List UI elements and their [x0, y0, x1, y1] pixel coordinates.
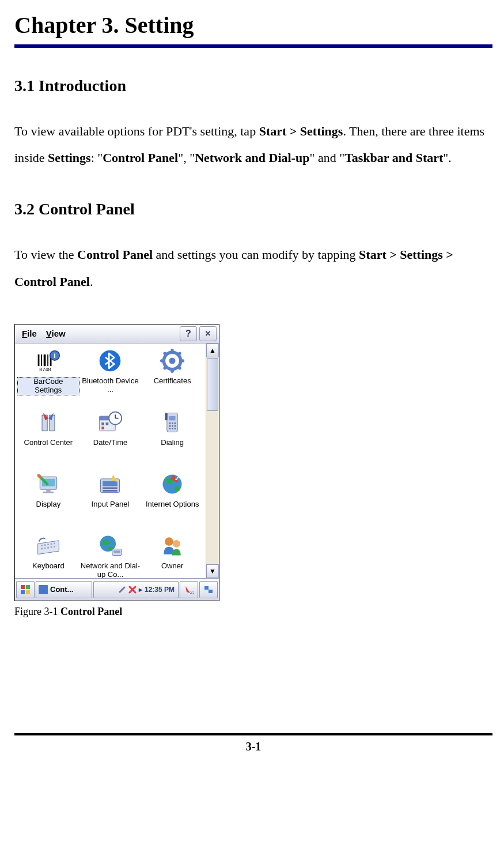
- section-3-2-title: 3.2 Control Panel: [14, 200, 492, 218]
- scrollbar[interactable]: ▲ ▼: [206, 344, 219, 578]
- chapter-title-divider: [14, 44, 492, 48]
- svg-rect-1: [41, 354, 42, 366]
- menu-view-letter: V: [46, 329, 52, 338]
- svg-rect-34: [175, 425, 176, 427]
- taskbar-desktop-button[interactable]: [199, 581, 218, 598]
- text-span: " and ": [309, 150, 344, 165]
- control-panel-body: i8748 BarCode Settings Bluetooth Device …: [15, 344, 219, 578]
- taskbar-task-button[interactable]: Cont...: [36, 581, 92, 598]
- clock-text: 12:35 PM: [145, 586, 175, 594]
- icon-grid: i8748 BarCode Settings Bluetooth Device …: [15, 344, 206, 578]
- dialing-item[interactable]: Dialing: [141, 409, 203, 469]
- svg-rect-71: [209, 590, 213, 593]
- taskbar-sip-button[interactable]: 23: [180, 581, 198, 598]
- date-time-item[interactable]: Date/Time: [79, 409, 142, 469]
- keyboard-item[interactable]: Keyboard: [17, 532, 79, 578]
- svg-point-16: [164, 367, 167, 370]
- control-panel-screenshot: File View ? × i8748 BarCode Settings Blu…: [14, 324, 219, 601]
- caption-prefix: Figure 3-1: [14, 606, 60, 617]
- network-dialup-item[interactable]: Network and Dial-up Co...: [79, 532, 142, 578]
- chapter-title: Chapter 3. Setting: [14, 12, 492, 39]
- section-3-1-title: 3.1 Introduction: [14, 77, 492, 95]
- svg-point-13: [181, 359, 185, 363]
- certificates-item[interactable]: Certificates: [141, 347, 203, 407]
- svg-text:✓: ✓: [175, 474, 180, 481]
- svg-rect-3: [47, 354, 48, 366]
- icon-label: Date/Time: [92, 439, 128, 447]
- svg-rect-59: [54, 546, 55, 548]
- taskbar: Cont... ▸ 12:35 PM 23: [15, 578, 219, 601]
- icon-label: Internet Options: [145, 500, 200, 509]
- owner-item[interactable]: Owner: [141, 532, 203, 578]
- svg-rect-54: [54, 542, 55, 544]
- task-mini-icon: [39, 585, 48, 594]
- svg-point-10: [169, 357, 176, 364]
- text-span: .: [90, 274, 93, 289]
- svg-rect-2: [44, 354, 46, 366]
- svg-point-17: [160, 359, 164, 363]
- svg-rect-67: [21, 590, 25, 594]
- date-time-icon: [96, 409, 124, 436]
- scrollbar-down-arrow[interactable]: ▼: [206, 564, 219, 578]
- dialing-icon: [158, 409, 186, 436]
- barcode-settings-item[interactable]: i8748 BarCode Settings: [17, 347, 79, 407]
- input-panel-item[interactable]: Input Panel: [79, 470, 142, 531]
- svg-point-15: [170, 369, 174, 373]
- bold-span: Control Panel: [77, 247, 153, 262]
- svg-rect-46: [103, 487, 118, 489]
- scrollbar-up-arrow[interactable]: ▲: [206, 344, 219, 357]
- menu-view-rest: iew: [52, 329, 66, 338]
- taskbar-tray[interactable]: ▸ 12:35 PM: [93, 581, 179, 598]
- svg-rect-50: [41, 545, 43, 546]
- owner-icon: [158, 532, 186, 560]
- svg-rect-37: [175, 428, 176, 429]
- icon-label: Network and Dial-up Co...: [79, 562, 142, 578]
- svg-rect-41: [46, 489, 50, 492]
- svg-rect-31: [175, 422, 176, 424]
- help-button[interactable]: ?: [180, 326, 197, 341]
- svg-point-12: [178, 352, 181, 355]
- bold-span: Settings: [48, 150, 91, 165]
- svg-rect-56: [44, 548, 46, 549]
- svg-rect-62: [114, 550, 120, 553]
- certificates-icon: [158, 347, 186, 375]
- input-panel-icon: [96, 470, 124, 498]
- tray-clock-arrow-icon: ▸: [139, 586, 142, 594]
- icon-label: BarCode Settings: [17, 377, 79, 395]
- display-item[interactable]: Display: [17, 470, 79, 531]
- scrollbar-track[interactable]: [206, 412, 219, 564]
- bold-span: Control Panel: [103, 150, 178, 165]
- menu-file-letter: F: [22, 329, 27, 338]
- bold-span: Start > Settings: [259, 124, 343, 138]
- internet-options-item[interactable]: ✓ Internet Options: [141, 470, 203, 531]
- close-button[interactable]: ×: [199, 326, 217, 341]
- svg-rect-45: [103, 481, 118, 486]
- text-span: : ": [91, 150, 103, 165]
- svg-rect-24: [106, 422, 109, 425]
- svg-rect-42: [43, 492, 54, 493]
- page-footer-divider: [14, 733, 492, 735]
- menu-file-rest: ile: [27, 329, 37, 338]
- svg-rect-52: [47, 544, 49, 545]
- menu-file[interactable]: File: [17, 327, 41, 340]
- svg-rect-51: [44, 544, 46, 546]
- control-center-item[interactable]: Control Center: [17, 409, 79, 469]
- bluetooth-icon: [96, 347, 124, 375]
- menu-view[interactable]: View: [41, 327, 70, 340]
- figure-caption: Figure 3-1 Control Panel: [14, 606, 492, 618]
- svg-rect-25: [102, 427, 105, 429]
- svg-text:i: i: [54, 352, 55, 360]
- icon-label: Dialing: [160, 439, 185, 447]
- section-3-2-body: To view the Control Panel and settings y…: [14, 242, 492, 295]
- svg-rect-53: [50, 543, 52, 545]
- svg-rect-32: [169, 425, 171, 427]
- caption-bold: Control Panel: [60, 606, 122, 617]
- svg-rect-58: [50, 546, 52, 548]
- text-span: To view available options for PDT's sett…: [14, 124, 259, 138]
- tray-disconnect-icon: [128, 586, 137, 594]
- start-button[interactable]: [16, 581, 35, 598]
- icon-label: Certificates: [153, 377, 192, 386]
- barcode-settings-icon: i8748: [35, 347, 62, 375]
- scrollbar-thumb[interactable]: [207, 358, 218, 411]
- bluetooth-item[interactable]: Bluetooth Device ...: [79, 347, 142, 407]
